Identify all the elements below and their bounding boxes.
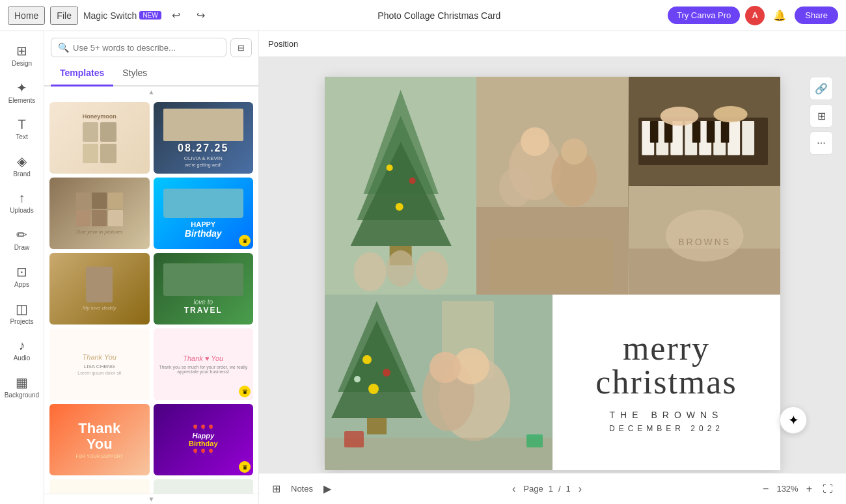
sidebar-item-elements-label: Elements <box>8 97 36 104</box>
template-thumb-5[interactable]: My love daddy <box>49 253 150 325</box>
card-bottom: merry christmas THE BROWNS DECEMBER 2022 <box>325 295 780 470</box>
filter-button[interactable]: ⊟ <box>230 38 252 57</box>
template-thumb-7[interactable]: Thank You LISA CHENG Lorem ipsum dolor s… <box>49 328 150 400</box>
bottom-left-tools: ⊞ Notes ▶ <box>269 480 334 497</box>
template-thumb-12[interactable]: you are invited to celebrate Claudia & R… <box>154 479 254 494</box>
present-button[interactable]: ▶ <box>321 480 334 497</box>
zoom-out-button[interactable]: − <box>760 481 771 497</box>
card-top-photos: BROWNS <box>325 77 780 295</box>
undo-button[interactable]: ↩ <box>167 6 186 25</box>
crown-badge-4: ♛ <box>239 235 251 246</box>
tab-templates[interactable]: Templates <box>51 61 113 86</box>
photo-tree-tall[interactable] <box>325 77 476 295</box>
home-button[interactable]: Home <box>8 7 45 25</box>
sidebar-item-background-label: Background <box>5 391 39 399</box>
svg-point-39 <box>416 251 448 290</box>
text-icon: T <box>18 117 25 132</box>
search-bar: 🔍 ⊟ <box>44 31 258 61</box>
template-thumb-8[interactable]: Thank ♥ You Thank you so much for your o… <box>154 328 254 400</box>
card-christmas-text: christmas <box>595 365 737 399</box>
thumb-inner-2: 08.27.25 OLIVIA & KEVIN we're getting we… <box>154 102 254 174</box>
template-thumb-9[interactable]: Thank You FOR YOUR SUPPORT <box>49 404 150 475</box>
more-tool-button[interactable]: ··· <box>810 131 833 155</box>
sidebar-item-projects[interactable]: ◫ Projects <box>3 296 42 330</box>
template-thumb-6[interactable]: love to TRAVEL <box>154 253 254 325</box>
main-area: ⊞ Design ✦ Elements T Text ◈ Brand ↑ Upl… <box>0 31 846 504</box>
photo-piano[interactable] <box>629 77 780 186</box>
template-thumb-2[interactable]: 08.27.25 OLIVIA & KEVIN we're getting we… <box>154 102 254 174</box>
svg-point-6 <box>521 127 549 156</box>
template-thumb-11[interactable]: 🌸 🌸 🌸 you're invited to the wedding of..… <box>49 479 150 494</box>
svg-point-47 <box>354 376 361 382</box>
page-current: 1 <box>549 484 553 494</box>
thumb-inner-7: Thank You LISA CHENG Lorem ipsum dolor s… <box>49 328 150 400</box>
background-icon: ▦ <box>16 375 28 390</box>
topbar-right: Try Canva Pro A 🔔 Share <box>668 6 838 25</box>
fullscreen-button[interactable]: ⛶ <box>820 481 836 497</box>
show-pages-button[interactable]: ⊞ <box>269 480 283 497</box>
share-button[interactable]: Share <box>795 7 838 24</box>
magic-switch-button[interactable]: Magic Switch NEW <box>83 10 161 21</box>
grid-tool-button[interactable]: ⊞ <box>810 104 833 127</box>
sidebar-item-design[interactable]: ⊞ Design <box>3 38 42 72</box>
scroll-indicator: ▲ <box>44 86 258 97</box>
apps-icon: ⊡ <box>16 264 27 280</box>
sidebar-item-background[interactable]: ▦ Background <box>3 369 42 404</box>
sidebar-item-text-label: Text <box>16 133 27 140</box>
svg-point-36 <box>396 203 403 211</box>
zoom-controls: − 132% + ⛶ <box>760 481 836 497</box>
position-button[interactable]: Position <box>268 39 298 49</box>
template-grid: Honeymoon 08.27.25 OLIVIA & KEVIN <box>44 97 258 494</box>
notifications-button[interactable]: 🔔 <box>770 6 789 25</box>
svg-point-45 <box>383 369 390 377</box>
sidebar-item-draw[interactable]: ✏ Draw <box>3 222 42 256</box>
page-total: 1 <box>566 484 571 494</box>
svg-point-52 <box>430 352 461 383</box>
canva-assistant-button[interactable]: ✦ <box>780 406 807 434</box>
search-input[interactable] <box>73 43 219 53</box>
audio-icon: ♪ <box>19 338 25 353</box>
photo-family-sofa[interactable] <box>476 77 628 295</box>
sidebar-item-text[interactable]: T Text <box>3 112 42 146</box>
card-text-section: merry christmas THE BROWNS DECEMBER 2022 <box>553 295 780 470</box>
sidebar-item-uploads[interactable]: ↑ Uploads <box>3 185 42 219</box>
photo-deer[interactable]: BROWNS <box>629 186 780 295</box>
sidebar-item-audio[interactable]: ♪ Audio <box>3 333 42 367</box>
sidebar-item-apps[interactable]: ⊡ Apps <box>3 259 42 293</box>
svg-text:BROWNS: BROWNS <box>678 237 731 247</box>
template-thumb-3[interactable]: One year in pictures <box>49 178 150 249</box>
tab-styles[interactable]: Styles <box>113 61 156 86</box>
template-thumb-10[interactable]: 🎈 🎈 🎈 Happy Birthday 🎈 🎈 🎈 ♛ <box>154 404 254 475</box>
draw-icon: ✏ <box>16 227 27 243</box>
scroll-bottom-indicator: ▼ <box>44 494 258 504</box>
template-thumb-1[interactable]: Honeymoon <box>49 102 150 174</box>
next-page-button[interactable]: › <box>576 481 584 497</box>
sidebar-item-design-label: Design <box>12 60 32 67</box>
canvas-scroll[interactable]: 🔗 ⊞ ··· ✦ <box>259 57 846 473</box>
thumb-inner-3: One year in pictures <box>49 178 150 249</box>
card-merry-text: merry <box>623 332 710 365</box>
redo-button[interactable]: ↪ <box>191 6 211 25</box>
thumb-inner-8: Thank ♥ You Thank you so much for your o… <box>154 328 254 400</box>
sidebar-item-brand[interactable]: ◈ Brand <box>3 148 42 183</box>
svg-point-34 <box>387 165 393 171</box>
notes-button[interactable]: Notes <box>288 481 316 496</box>
try-pro-button[interactable]: Try Canva Pro <box>668 7 740 24</box>
sidebar-item-elements[interactable]: ✦ Elements <box>3 75 42 109</box>
link-tool-button[interactable]: 🔗 <box>810 77 833 100</box>
crown-badge-10: ♛ <box>239 461 251 473</box>
sidebar-item-brand-label: Brand <box>13 170 31 178</box>
photo-christmas-big[interactable] <box>325 295 553 470</box>
design-icon: ⊞ <box>16 43 27 59</box>
svg-rect-54 <box>344 431 364 447</box>
zoom-in-button[interactable]: + <box>804 481 815 497</box>
thumb-inner-11: 🌸 🌸 🌸 you're invited to the wedding of..… <box>49 479 150 494</box>
thumb-inner-10: 🎈 🎈 🎈 Happy Birthday 🎈 🎈 🎈 <box>154 404 254 475</box>
page-label: Page <box>523 484 543 494</box>
sidebar-item-audio-label: Audio <box>14 354 31 362</box>
template-thumb-4[interactable]: HAPPY Birthday ♛ <box>154 178 254 249</box>
topbar: Home File Magic Switch NEW ↩ ↪ Photo Col… <box>0 0 846 31</box>
card-family-name: THE BROWNS <box>610 410 724 420</box>
file-button[interactable]: File <box>50 7 78 25</box>
prev-page-button[interactable]: ‹ <box>510 481 518 497</box>
